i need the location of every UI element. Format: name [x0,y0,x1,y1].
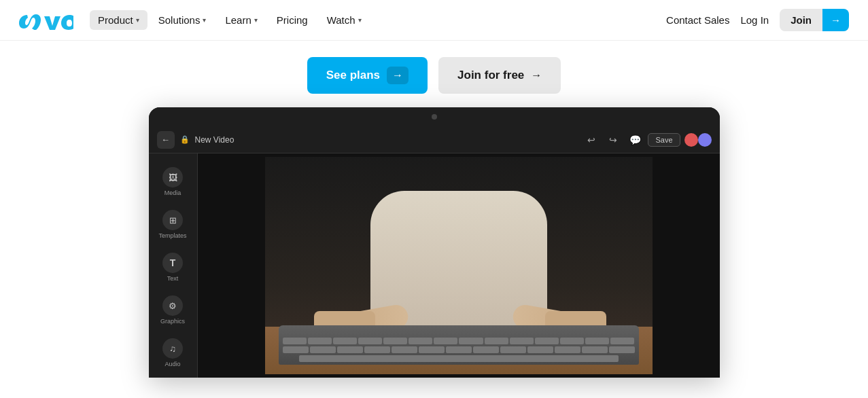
templates-icon: ⊞ [162,210,183,230]
redo-icon[interactable]: ↪ [604,131,622,149]
navigation: Product ▾ Solutions ▾ Learn ▾ Pricing Wa… [0,0,868,41]
nav-items: Product ▾ Solutions ▾ Learn ▾ Pricing Wa… [90,10,666,30]
sidebar-item-media[interactable]: 🖼 Media [154,162,192,202]
chevron-down-icon: ▾ [136,16,139,24]
editor-mockup: ← 🔒 New Video ↩ ↪ 💬 Save 🖼 Media [0,107,868,378]
join-arrow-icon: → [822,9,849,31]
vimeo-logo[interactable] [19,11,73,30]
back-button[interactable]: ← [157,131,175,149]
user-avatar-2 [698,133,712,147]
topbar-actions: ↩ ↪ 💬 Save [583,131,711,149]
see-plans-button[interactable]: See plans → [307,57,428,94]
save-button[interactable]: Save [648,133,680,147]
editor-topbar: ← 🔒 New Video ↩ ↪ 💬 Save [149,126,720,153]
user-avatar-1 [684,133,698,147]
video-preview [265,157,653,374]
graphics-icon: ⚙ [162,295,183,316]
media-icon: 🖼 [162,167,183,187]
editor-sidebar: 🖼 Media ⊞ Templates T Text ⚙ Graphics ♫ [149,153,198,378]
contact-sales-link[interactable]: Contact Sales [666,14,729,26]
person-scene [265,157,653,374]
chevron-down-icon: ▾ [358,16,362,24]
nav-item-watch[interactable]: Watch ▾ [319,10,370,30]
sidebar-item-templates[interactable]: ⊞ Templates [154,204,192,245]
text-icon: T [162,253,183,273]
comment-icon[interactable]: 💬 [626,131,644,149]
audio-icon: ♫ [162,338,183,359]
sidebar-item-audio[interactable]: ♫ Audio [154,333,192,373]
join-free-arrow-icon: → [531,69,542,82]
nav-item-product[interactable]: Product ▾ [90,10,147,30]
sidebar-item-graphics[interactable]: ⚙ Graphics [154,290,192,330]
undo-icon[interactable]: ↩ [583,131,600,149]
editor-title: New Video [195,135,235,145]
nav-item-solutions[interactable]: Solutions ▾ [150,10,215,30]
laptop-top-bar [149,107,720,126]
hero-buttons: See plans → Join for free → [0,41,868,107]
nav-right: Contact Sales Log In Join → [666,9,849,31]
sidebar-item-text[interactable]: T Text [154,247,192,287]
editor-canvas [198,153,720,378]
chevron-down-icon: ▾ [254,16,258,24]
join-free-button[interactable]: Join for free → [438,57,561,94]
nav-item-pricing[interactable]: Pricing [268,10,316,30]
nav-item-learn[interactable]: Learn ▾ [217,10,265,30]
join-button[interactable]: Join → [780,9,849,31]
see-plans-arrow-icon: → [387,67,409,84]
camera-dot [432,114,437,120]
lock-icon: 🔒 [180,135,190,144]
chevron-down-icon: ▾ [203,16,206,24]
login-link[interactable]: Log In [740,14,769,26]
laptop-frame: ← 🔒 New Video ↩ ↪ 💬 Save 🖼 Media [149,107,720,378]
editor-area: 🖼 Media ⊞ Templates T Text ⚙ Graphics ♫ [149,126,720,378]
